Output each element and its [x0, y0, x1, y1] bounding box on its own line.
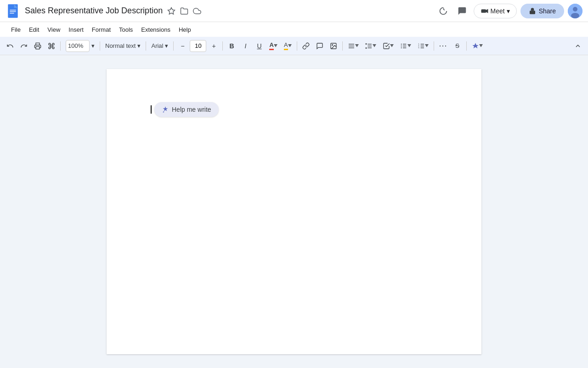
- italic-button[interactable]: I: [239, 39, 252, 53]
- divider-4: [173, 41, 174, 51]
- help-me-write-label: Help me write: [172, 106, 211, 113]
- highlight-color-button[interactable]: A: [281, 39, 294, 53]
- smart-compose-button[interactable]: [469, 39, 486, 53]
- document-area[interactable]: Help me write: [0, 55, 588, 368]
- font-size-box[interactable]: 10: [190, 40, 206, 52]
- divider-6: [297, 41, 297, 51]
- cloud-save-button[interactable]: [192, 6, 202, 16]
- comment-icon: [316, 42, 323, 50]
- strikethrough-button[interactable]: S: [451, 39, 464, 53]
- font-size-decrease-button[interactable]: −: [176, 39, 189, 53]
- svg-point-18: [332, 44, 333, 45]
- bold-button[interactable]: B: [225, 39, 238, 53]
- print-button[interactable]: [31, 39, 44, 53]
- line-spacing-button[interactable]: [362, 39, 379, 53]
- divider-7: [342, 41, 343, 51]
- menu-file[interactable]: File: [7, 24, 24, 35]
- svg-rect-10: [530, 11, 535, 14]
- divider-9: [466, 41, 467, 51]
- font-size-minus-icon: −: [181, 42, 184, 50]
- line-spacing-icon: [365, 42, 373, 50]
- menu-view[interactable]: View: [44, 24, 64, 35]
- zoom-value: 100%: [66, 40, 90, 52]
- svg-point-33: [401, 47, 401, 48]
- align-icon: [348, 42, 355, 50]
- font-size-increase-button[interactable]: +: [207, 39, 220, 53]
- document-page[interactable]: Help me write: [107, 69, 481, 354]
- align-button[interactable]: [345, 39, 362, 53]
- numbered-list-icon: 1. 2. 3.: [418, 42, 425, 50]
- menu-edit[interactable]: Edit: [25, 24, 43, 35]
- checklist-dropdown-icon: [390, 44, 394, 48]
- link-icon: [302, 42, 310, 50]
- divider-2: [100, 41, 100, 51]
- divider-3: [146, 41, 146, 51]
- pen-sparkle-icon: [162, 106, 169, 113]
- document-title[interactable]: Sales Representative Job Description: [25, 6, 163, 16]
- menu-bar: File Edit View Insert Format Tools Exten…: [0, 22, 588, 37]
- svg-rect-5: [10, 11, 16, 12]
- text-style-selector[interactable]: Normal text ▾: [102, 39, 143, 53]
- insert-image-button[interactable]: [327, 39, 340, 53]
- collapse-toolbar-button[interactable]: [571, 39, 584, 53]
- divider-1: [60, 41, 61, 51]
- highlight-dropdown-icon: [288, 44, 292, 48]
- meet-button[interactable]: Meet ▾: [474, 4, 517, 18]
- smart-compose-dropdown-icon: [479, 44, 483, 48]
- numbered-list-dropdown-icon: [425, 44, 429, 48]
- text-color-dropdown-icon: [274, 44, 277, 48]
- more-options-button[interactable]: ···: [436, 39, 450, 53]
- meet-label: Meet: [491, 7, 505, 15]
- folder-button[interactable]: [179, 6, 189, 16]
- text-color-button[interactable]: A: [266, 39, 280, 53]
- bullet-list-dropdown-icon: [407, 44, 411, 48]
- svg-point-12: [573, 7, 577, 12]
- svg-rect-14: [36, 46, 40, 49]
- menu-extensions[interactable]: Extensions: [137, 24, 174, 35]
- numbered-list-button[interactable]: 1. 2. 3.: [415, 39, 431, 53]
- svg-text:3.: 3.: [418, 46, 419, 49]
- image-icon: [330, 42, 337, 50]
- menu-tools[interactable]: Tools: [115, 24, 136, 35]
- menu-format[interactable]: Format: [88, 24, 114, 35]
- undo-button[interactable]: [4, 39, 17, 53]
- svg-marker-16: [288, 44, 292, 47]
- version-history-button[interactable]: [435, 3, 451, 19]
- menu-insert[interactable]: Insert: [65, 24, 87, 35]
- svg-rect-4: [10, 10, 16, 10]
- title-section: Sales Representative Job Description: [25, 6, 435, 16]
- text-style-dropdown-icon: ▾: [137, 42, 141, 49]
- line-spacing-dropdown-icon: [373, 44, 376, 48]
- collapse-icon: [574, 42, 582, 50]
- share-button[interactable]: Share: [520, 4, 564, 18]
- insert-link-button[interactable]: [300, 39, 312, 53]
- help-me-write-button[interactable]: Help me write: [154, 102, 219, 117]
- zoom-dropdown-icon: ▾: [91, 42, 95, 49]
- menu-help[interactable]: Help: [175, 24, 195, 35]
- svg-marker-26: [373, 44, 376, 47]
- add-comment-button[interactable]: [313, 39, 326, 53]
- user-avatar[interactable]: [568, 4, 582, 18]
- bold-icon: B: [229, 42, 234, 50]
- star-button[interactable]: [166, 6, 176, 16]
- zoom-selector[interactable]: 100% ▾: [63, 39, 97, 53]
- docs-logo-icon: [6, 4, 20, 18]
- italic-icon: I: [245, 42, 247, 50]
- svg-rect-1: [8, 4, 17, 17]
- comments-button[interactable]: [454, 3, 470, 19]
- font-selector[interactable]: Arial ▾: [148, 39, 171, 53]
- bullet-list-button[interactable]: [397, 39, 414, 53]
- divider-5: [222, 41, 223, 51]
- text-cursor-area[interactable]: Help me write: [151, 102, 437, 117]
- paint-format-button[interactable]: [45, 39, 58, 53]
- svg-marker-41: [425, 44, 429, 47]
- underline-button[interactable]: U: [253, 39, 266, 53]
- share-label: Share: [539, 7, 556, 15]
- text-style-value: Normal text: [105, 42, 136, 49]
- svg-point-13: [571, 13, 579, 18]
- redo-button[interactable]: [17, 39, 30, 53]
- checklist-button[interactable]: [380, 39, 396, 53]
- smart-compose-icon: [472, 42, 479, 50]
- svg-marker-9: [486, 9, 488, 13]
- font-value: Arial: [151, 42, 163, 49]
